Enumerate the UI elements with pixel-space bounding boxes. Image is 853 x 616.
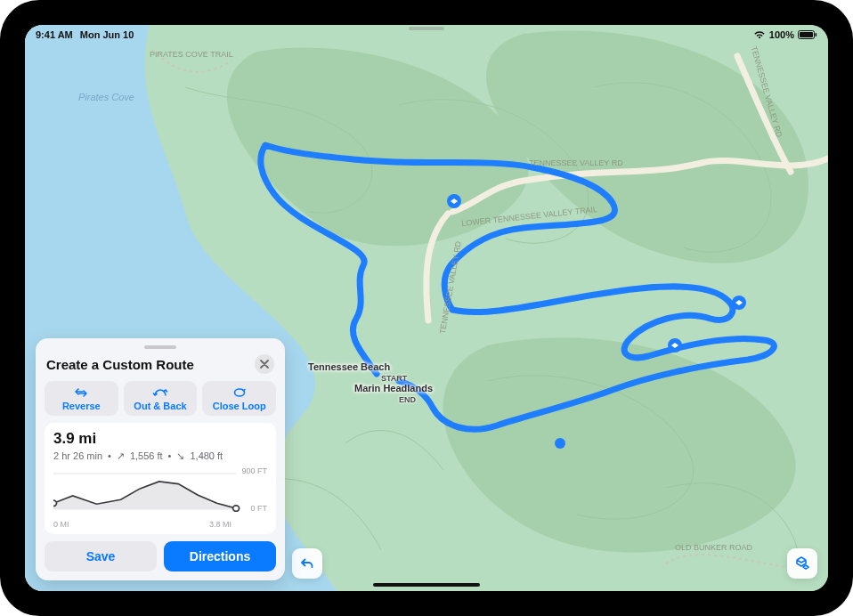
- elev-y-max: 900 FT: [241, 466, 267, 475]
- out-and-back-button[interactable]: Out & Back: [124, 381, 198, 416]
- svg-point-7: [555, 438, 565, 449]
- status-time: 9:41 AM: [36, 29, 73, 40]
- route-panel: Create a Custom Route Reverse Out & Bac: [36, 338, 285, 580]
- wifi-icon: [753, 30, 766, 39]
- descent-icon: ↘: [176, 450, 184, 462]
- water-label: Pirates Cove: [78, 92, 134, 102]
- close-loop-icon: [232, 386, 247, 399]
- reverse-button[interactable]: Reverse: [45, 381, 118, 416]
- ipad-device-frame: 9:41 AM Mon Jun 10 100%: [0, 0, 853, 616]
- route-duration: 2 hr 26 min: [53, 450, 102, 461]
- elevation-chart[interactable]: 900 FT 0 FT 0 MI 3.8 MI: [53, 466, 267, 529]
- battery-icon: [798, 30, 817, 39]
- screen: 9:41 AM Mon Jun 10 100%: [25, 25, 828, 591]
- trail-label-1: PIRATES COVE TRAIL: [150, 50, 233, 59]
- directions-button[interactable]: Directions: [164, 541, 276, 571]
- svg-point-15: [53, 500, 56, 506]
- ascent-icon: ↗: [117, 450, 125, 462]
- route-distance: 3.9 mi: [53, 430, 267, 448]
- reverse-icon: [74, 386, 88, 399]
- multitask-handle[interactable]: [409, 27, 444, 30]
- save-label: Save: [86, 549, 116, 563]
- start-place-label: Tennessee Beach: [308, 361, 390, 372]
- out-back-label: Out & Back: [134, 401, 186, 411]
- reverse-label: Reverse: [62, 401, 101, 411]
- elev-y-min: 0 FT: [250, 504, 267, 513]
- svg-rect-1: [800, 32, 813, 37]
- road-label-4: OLD BUNKER ROAD: [675, 543, 752, 552]
- svg-rect-2: [816, 33, 817, 36]
- close-button[interactable]: [255, 354, 274, 374]
- route-ascent: 1,556 ft: [130, 450, 163, 461]
- status-battery-pct: 100%: [769, 29, 794, 40]
- panel-title: Create a Custom Route: [46, 357, 194, 372]
- panel-drag-handle[interactable]: [144, 345, 176, 349]
- save-button[interactable]: Save: [45, 541, 157, 571]
- elev-x-min: 0 MI: [53, 520, 69, 529]
- directions-label: Directions: [190, 549, 250, 563]
- out-back-icon: [152, 386, 168, 399]
- start-sublabel: START: [381, 374, 407, 383]
- guides-button[interactable]: [787, 548, 817, 579]
- road-label-1: TENNESSEE VALLEY RD: [529, 158, 623, 167]
- close-loop-label: Close Loop: [213, 401, 266, 411]
- svg-point-16: [233, 506, 240, 511]
- home-indicator[interactable]: [373, 583, 480, 587]
- route-stats-row: 2 hr 26 min • ↗ 1,556 ft • ↘ 1,480 ft: [53, 450, 267, 461]
- stats-card: 3.9 mi 2 hr 26 min • ↗ 1,556 ft • ↘ 1,48…: [45, 423, 276, 534]
- route-descent: 1,480 ft: [190, 450, 223, 461]
- undo-button[interactable]: [292, 548, 322, 579]
- elev-x-max: 3.8 MI: [209, 520, 232, 529]
- close-loop-button[interactable]: Close Loop: [202, 381, 276, 416]
- end-place-label: Marin Headlands: [354, 383, 433, 393]
- status-date: Mon Jun 10: [80, 29, 134, 40]
- end-sublabel: END: [399, 395, 416, 404]
